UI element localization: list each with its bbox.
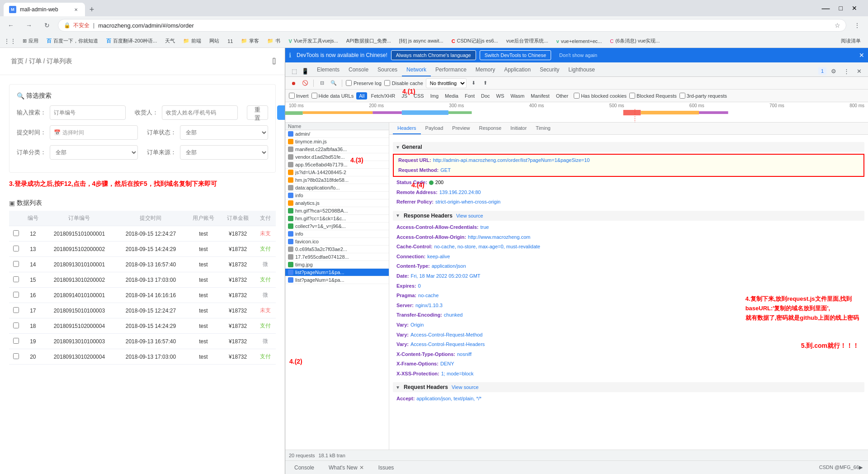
filter-css[interactable]: CSS — [411, 92, 427, 100]
tab-performance[interactable]: Performance — [431, 64, 471, 76]
bookmark-csdn[interactable]: C CSDN记起js es6... — [448, 37, 502, 45]
throttling-select[interactable]: No throttling — [426, 78, 467, 88]
request-list-item[interactable]: list?pageNum=1&pa... — [285, 276, 389, 284]
request-list-item[interactable]: favicon.ico — [285, 238, 389, 246]
order-status-select[interactable]: 全部 — [180, 125, 268, 140]
address-bar[interactable]: 🔒 不安全 | macrozheng.com/admin/#/oms/order… — [58, 19, 846, 32]
filter-doc[interactable]: Doc — [478, 92, 493, 100]
recipient-input[interactable] — [162, 105, 238, 120]
bookmark-11[interactable]: 11 — [224, 38, 236, 45]
match-language-button[interactable]: Always match Chrome's language — [391, 50, 476, 60]
tab-sources[interactable]: Sources — [373, 64, 402, 76]
preserve-log-checkbox[interactable]: Preserve log — [346, 80, 382, 86]
hide-data-urls-checkbox[interactable]: Hide data URLs — [311, 93, 354, 99]
extensions-button[interactable]: ⋮ — [850, 18, 864, 33]
bookmark-star-icon[interactable]: ☆ — [835, 22, 840, 29]
request-list-item[interactable]: data:application/fo... — [285, 184, 389, 192]
maximize-button[interactable]: □ — [835, 3, 846, 14]
order-category-select[interactable]: 全部 — [50, 145, 138, 160]
clear-button[interactable]: 🚫 — [301, 79, 310, 88]
request-list-item[interactable]: info — [285, 192, 389, 199]
filter-js[interactable]: JS — [399, 92, 410, 100]
tab-close-button[interactable]: ✕ — [72, 6, 80, 13]
row-checkbox[interactable] — [13, 307, 19, 313]
detail-tab-payload[interactable]: Payload — [421, 123, 448, 134]
tab-security[interactable]: Security — [535, 64, 564, 76]
order-input[interactable] — [50, 105, 126, 120]
request-list-item[interactable]: 17.7e955cdfae074128... — [285, 253, 389, 261]
bookmark-frontend[interactable]: 📁 前端 — [179, 37, 205, 45]
close-button[interactable]: ✕ — [848, 3, 861, 14]
filter-font[interactable]: Font — [462, 92, 477, 100]
back-button[interactable]: ← — [4, 18, 18, 33]
bottom-console-tab[interactable]: Console — [291, 463, 318, 473]
order-source-select[interactable]: 全部 — [180, 145, 268, 160]
bookmark-baidu[interactable]: 百 百度一下，你就知道 — [43, 37, 102, 45]
bookmark-vue[interactable]: V Vue开发工具vuejs... — [285, 37, 341, 45]
view-source-link[interactable]: View source — [456, 213, 483, 218]
detail-tab-headers[interactable]: Headers — [393, 123, 421, 134]
forward-button[interactable]: → — [22, 18, 36, 33]
reset-button[interactable]: 重置 — [247, 105, 268, 120]
request-list-item[interactable]: info — [285, 230, 389, 238]
dont-show-button[interactable]: Don't show again — [555, 51, 602, 60]
request-list-item[interactable]: app.95ce8abd4b7179... — [285, 161, 389, 169]
settings-icon[interactable]: ⚙ — [828, 66, 839, 76]
tab-memory[interactable]: Memory — [471, 64, 500, 76]
search-button[interactable]: 查询搜索 — [277, 105, 285, 120]
bookmark-book[interactable]: 📁 书 — [264, 37, 284, 45]
row-checkbox[interactable] — [13, 338, 19, 344]
date-picker[interactable]: 📅 选择时间 — [50, 125, 138, 140]
request-list-item[interactable]: hm.js?8b02a318fde58... — [285, 176, 389, 184]
detail-tab-preview[interactable]: Preview — [448, 123, 474, 134]
bookmark-apps[interactable]: ⊞ 应用 — [19, 37, 42, 45]
row-checkbox[interactable] — [13, 292, 19, 298]
filter-fetch-xhr[interactable]: Fetch/XHR — [368, 92, 398, 100]
request-list-item[interactable]: 0.c69fa53a2c7f03ae2... — [285, 246, 389, 253]
close-devtools-icon[interactable]: ✕ — [854, 66, 864, 76]
request-list-item[interactable]: timg.jpg — [285, 261, 389, 269]
request-list-item[interactable]: manifest.c22afbfaa36... — [285, 146, 389, 153]
filter-manifest[interactable]: Manifest — [528, 92, 552, 100]
blocked-requests-checkbox[interactable]: Has blocked cookies — [574, 93, 627, 99]
request-list-item[interactable]: analytics.js — [285, 199, 389, 207]
bookmark-vue-impl[interactable]: C (6条消息) vue实现... — [606, 37, 663, 45]
bookmark-vue-admin[interactable]: vue后台管理系统... — [503, 37, 552, 45]
export-icon[interactable]: ⬆ — [481, 79, 490, 88]
detail-tab-initiator[interactable]: Initiator — [506, 123, 531, 134]
filter-img[interactable]: Img — [428, 92, 441, 100]
tab-console[interactable]: Console — [344, 64, 373, 76]
tab-lighthouse[interactable]: Lighthouse — [564, 64, 599, 76]
bookmark-translate[interactable]: 百 百度翻译-200种语... — [103, 37, 160, 45]
bookmark-api[interactable]: API数据接口_免费... — [343, 37, 395, 45]
record-button[interactable]: ⏺ — [289, 79, 298, 88]
request-view-source-link[interactable]: View source — [452, 384, 479, 390]
request-list-item[interactable]: vendor.d1ad2bd51fe... — [285, 153, 389, 161]
has-blocked-cookies-checkbox[interactable]: 3rd-party requests — [679, 93, 727, 99]
detail-tab-response[interactable]: Response — [474, 123, 506, 134]
tab-elements[interactable]: Elements — [312, 64, 344, 76]
new-tab-button[interactable]: + — [85, 3, 99, 16]
row-checkbox[interactable] — [13, 353, 19, 359]
import-icon[interactable]: ⬇ — [469, 79, 478, 88]
bookmark-website[interactable]: 网站 — [206, 37, 223, 45]
bookmark-async[interactable]: [转] js async await... — [396, 37, 447, 45]
refresh-button[interactable]: ↻ — [40, 18, 54, 33]
disable-cache-checkbox[interactable]: Disable cache — [384, 80, 423, 86]
request-list-item[interactable]: hm.gif?hca=52D98BA... — [285, 207, 389, 215]
minimize-button[interactable]: — — [818, 2, 834, 15]
invert-checkbox[interactable]: Invert — [289, 93, 309, 99]
device-mode-icon[interactable]: 📱 — [300, 66, 311, 76]
bookmark-vue-element[interactable]: v vue+element+ec... — [553, 38, 606, 45]
bottom-whats-new-tab[interactable]: What's New ✕ — [325, 463, 368, 473]
filter-other[interactable]: Other — [553, 92, 571, 100]
detail-tab-timing[interactable]: Timing — [531, 123, 555, 134]
filter-wasm[interactable]: Wasm — [508, 92, 527, 100]
request-list-item[interactable]: tinymce.min.js — [285, 138, 389, 146]
switch-devtools-button[interactable]: Switch DevTools to Chinese — [480, 50, 551, 60]
bookmark-weather[interactable]: 天气 — [161, 37, 179, 45]
filter-media[interactable]: Media — [442, 92, 461, 100]
notification-close-button[interactable]: ✕ — [859, 52, 864, 59]
request-list-item[interactable]: js?id=UA-144208445-2 — [285, 169, 389, 176]
row-checkbox[interactable] — [13, 246, 19, 251]
